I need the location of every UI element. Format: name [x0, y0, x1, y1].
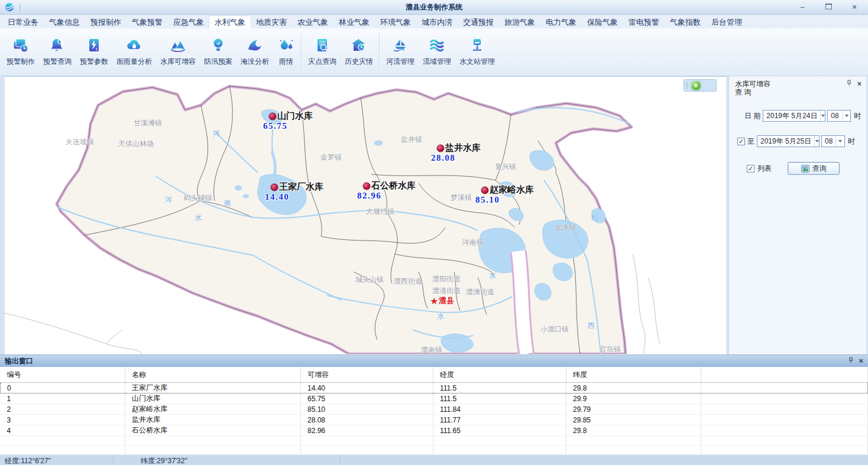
query-button[interactable]: 查询	[788, 162, 840, 175]
warning-query-icon	[48, 37, 66, 54]
toolbar-disaster-point-query[interactable]: 灾点查询	[304, 35, 341, 69]
toolbar-label: 预警参数	[80, 57, 108, 67]
col-header-latitude[interactable]: 纬度	[566, 367, 701, 383]
warning-params-icon	[85, 37, 103, 54]
col-header-longitude[interactable]: 经度	[433, 367, 566, 383]
menu-daily[interactable]: 日常业务	[2, 16, 44, 28]
date-from-select[interactable]: 2019年 5月24日	[763, 110, 825, 122]
menu-admin[interactable]: 后台管理	[706, 16, 747, 28]
cell-longitude: 111.84	[433, 404, 566, 415]
zoom-in-button[interactable]: +	[691, 80, 701, 91]
map-town-label: 澧西街道	[394, 277, 422, 287]
map-town-label: 涔南镇	[462, 238, 484, 248]
county-map	[5, 77, 725, 354]
cell-name: 王家厂水库	[125, 383, 301, 394]
table-row[interactable]: 2 赵家峪水库 85.10 111.84 29.79	[1, 404, 868, 415]
toolbar-label: 防汛预案	[204, 57, 232, 67]
toolbar-label: 雨情	[279, 57, 293, 67]
toolbar-label: 面雨量分析	[116, 57, 152, 67]
toolbar-reservoir-capacity[interactable]: 水库可增容	[156, 35, 200, 69]
map-town-label: 如东镇	[555, 223, 576, 233]
hour-from-select[interactable]: 08	[827, 110, 851, 122]
menu-emergency[interactable]: 应急气象	[168, 16, 209, 28]
panel-close-icon[interactable]: ×	[857, 80, 861, 87]
cell-id: 4	[1, 425, 125, 436]
table-row[interactable]: 0 王家厂水库 14.40 111.5 29.8	[1, 383, 868, 394]
inundation-icon	[246, 37, 264, 54]
toolbar-river-management[interactable]: 河流管理	[382, 35, 419, 69]
drag-grip-icon[interactable]	[686, 83, 688, 89]
maximize-icon	[825, 4, 832, 9]
date-from-row: 日 期 2019年 5月24日 08 时	[744, 110, 861, 122]
date-to-select[interactable]: 2019年 5月25日	[757, 135, 820, 147]
menu-forecast[interactable]: 预报制作	[85, 16, 127, 28]
menu-traffic[interactable]: 交通预报	[458, 16, 499, 28]
map-river-label: 松	[591, 213, 598, 223]
map-town-label: 澧浦街道	[432, 286, 461, 296]
marker-value: 82.96	[357, 191, 381, 201]
toolbar-rain[interactable]: 雨情	[273, 35, 299, 69]
menu-hydro-active[interactable]: 水利气象	[209, 16, 251, 28]
toolbar-label: 水文站管理	[459, 57, 495, 67]
pin-icon[interactable]	[848, 357, 853, 365]
map-town-label: 盐井镇	[401, 135, 422, 145]
marker-name: 山门水库	[277, 110, 313, 122]
col-header-capacity[interactable]: 可增容	[301, 367, 433, 383]
menu-index[interactable]: 气象指数	[665, 16, 706, 28]
cell-latitude: 29.85	[566, 415, 701, 425]
menu-urban-flood[interactable]: 城市内涝	[416, 16, 458, 28]
marker-name: 赵家峪水库	[490, 184, 534, 196]
col-header-name[interactable]: 名称	[125, 367, 301, 383]
col-header-id[interactable]: 编号	[1, 367, 125, 383]
toolbar-separator	[379, 33, 380, 71]
chevron-down-icon	[814, 136, 819, 147]
marker-dot-icon	[271, 184, 278, 191]
toolbar-basin-management[interactable]: 流域管理	[419, 35, 455, 69]
menu-geo-disaster[interactable]: 地质灾害	[251, 16, 292, 28]
marker-dot-icon	[437, 145, 445, 152]
menu-lightning[interactable]: 雷电预警	[623, 16, 665, 28]
pin-icon[interactable]	[847, 80, 851, 88]
marker-dot-icon	[363, 183, 371, 190]
menu-tourism[interactable]: 旅游气象	[499, 16, 540, 28]
menu-warning[interactable]: 气象预警	[127, 16, 168, 28]
menu-environment[interactable]: 环境气象	[375, 16, 416, 28]
toolbar-warning-query[interactable]: 预警查询	[39, 35, 76, 69]
minimize-button[interactable]: –	[798, 3, 807, 11]
output-close-icon[interactable]: ×	[859, 357, 863, 365]
table-row[interactable]: 1 山门水库 65.75 111.5 29.9	[1, 394, 868, 404]
table-row[interactable]: 3 盐井水库 28.08 111.77 29.85	[1, 415, 868, 425]
list-label: 列表	[757, 164, 772, 174]
hour-to-select[interactable]: 08	[821, 135, 845, 147]
flood-plan-icon	[209, 37, 227, 54]
cell-capacity: 65.75	[301, 394, 433, 404]
menu-agriculture[interactable]: 农业气象	[292, 16, 333, 28]
maximize-button[interactable]	[824, 3, 833, 11]
table-row[interactable]: 4 石公桥水库 82.96 111.65 29.8	[1, 425, 868, 436]
list-checkbox[interactable]: ✓	[747, 165, 754, 173]
close-button[interactable]: ×	[850, 3, 859, 11]
date-from-value: 2019年 5月24日	[763, 111, 820, 121]
menu-forestry[interactable]: 林业气象	[333, 16, 375, 28]
toolbar-label: 历史灾情	[345, 57, 373, 67]
output-titlebar: 输出窗口 ×	[0, 355, 868, 367]
toolbar-warning-make[interactable]: 预警制作	[2, 35, 39, 69]
hour-from-value: 08	[828, 112, 841, 120]
menu-power[interactable]: 电力气象	[540, 16, 582, 28]
to-checkbox[interactable]: ✓	[737, 138, 745, 145]
toolbar-rainfall-analysis[interactable]: 面雨量分析	[112, 35, 156, 69]
marker-value: 14.40	[265, 192, 289, 202]
toolbar-warning-params[interactable]: 预警参数	[76, 35, 112, 69]
menu-weather-info[interactable]: 气象信息	[44, 16, 85, 28]
toolbar-flood-plan[interactable]: 防汛预案	[200, 35, 237, 69]
col-header-blank	[701, 367, 868, 383]
window-title: 澧县业务制作系统	[0, 2, 868, 12]
toolbar-hydro-station-management[interactable]: 水文站管理	[455, 35, 499, 69]
toolbar-disaster-history[interactable]: 历史灾情	[341, 35, 377, 69]
cell-longitude: 111.65	[433, 425, 566, 436]
map-canvas[interactable]: 甘溪滩镇 火连坡镇 天供山林场 金罗镇 盐井镇 复兴镇 梦溪镇 码头铺镇 大堰垱…	[5, 76, 726, 355]
menu-insurance[interactable]: 保险气象	[582, 16, 623, 28]
warning-make-icon	[12, 37, 30, 54]
county-star-icon: ★	[430, 297, 438, 305]
toolbar-inundation[interactable]: 淹没分析	[237, 35, 273, 69]
